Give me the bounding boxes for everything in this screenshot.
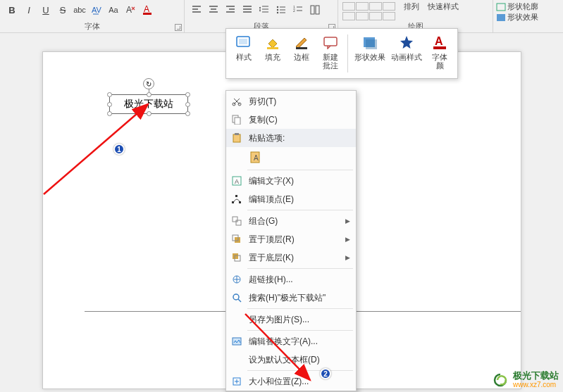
submenu-arrow-icon: ▶ <box>345 254 350 261</box>
line-spacing-button[interactable] <box>256 3 272 17</box>
svg-rect-34 <box>239 201 241 203</box>
resize-handle[interactable] <box>147 111 151 116</box>
arrange-button[interactable]: 排列 <box>404 1 419 12</box>
svg-rect-19 <box>366 39 377 49</box>
shapes-gallery[interactable] <box>342 2 395 21</box>
underline-button[interactable]: U <box>38 3 54 17</box>
menu-save-picture[interactable]: 另存为图片(S)... <box>226 310 356 329</box>
menu-edit-points[interactable]: 编辑顶点(E) <box>226 190 356 208</box>
menu-bring-front[interactable]: 置于顶层(R) ▶ <box>226 230 356 248</box>
svg-text:A: A <box>254 154 259 162</box>
submenu-arrow-icon: ▶ <box>345 217 350 225</box>
menu-hyperlink[interactable]: 超链接(H)... <box>226 270 356 289</box>
align-right-button[interactable] <box>223 3 238 17</box>
ribbon-group-font: B I U S abc AV Aa A A 字体 <box>0 0 185 32</box>
svg-rect-25 <box>235 118 240 125</box>
svg-rect-17 <box>324 37 337 46</box>
menu-copy[interactable]: 复制(C) <box>226 110 356 129</box>
svg-rect-37 <box>235 237 240 243</box>
quickstyles-button[interactable]: 快速样式 <box>428 1 459 12</box>
watermark: 极光下载站 www.xz7.com <box>490 371 559 389</box>
font-group-label: 字体 <box>0 21 184 32</box>
search-icon <box>229 291 245 305</box>
character-spacing-button[interactable]: AV <box>89 3 104 17</box>
svg-rect-35 <box>233 217 237 222</box>
shape-outline-button[interactable]: 形状轮廓 <box>496 1 560 12</box>
edit-points-icon <box>229 192 245 206</box>
strike-button[interactable]: S <box>55 3 70 17</box>
group-icon <box>229 214 245 228</box>
fill-icon <box>264 33 282 51</box>
resize-handle[interactable] <box>107 111 112 116</box>
svg-rect-3 <box>143 13 151 15</box>
svg-rect-36 <box>236 220 241 225</box>
edit-text-icon: A <box>229 174 245 188</box>
bullets-button[interactable] <box>273 3 289 17</box>
menu-send-back[interactable]: 置于底层(K) ▶ <box>226 248 356 267</box>
change-case-button[interactable]: Aa <box>106 3 121 17</box>
bold-button[interactable]: B <box>4 3 20 17</box>
star-icon <box>397 33 416 51</box>
columns-button[interactable] <box>307 3 323 17</box>
svg-rect-12 <box>497 14 505 21</box>
italic-button[interactable]: I <box>21 3 37 17</box>
svg-rect-14 <box>239 39 247 44</box>
annotation-badge-1: 1 <box>113 144 125 155</box>
resize-handle[interactable] <box>185 92 190 97</box>
paste-options-row: A <box>226 147 356 168</box>
svg-rect-10 <box>316 6 319 14</box>
font-dialog-launcher[interactable] <box>175 24 182 31</box>
resize-handle[interactable] <box>147 92 151 97</box>
resize-handle[interactable] <box>107 92 112 97</box>
svg-text:A: A <box>235 178 239 185</box>
svg-text:2: 2 <box>293 8 295 13</box>
strikethrough-alt-button[interactable]: abc <box>72 3 87 17</box>
rotate-handle-icon[interactable]: ↻ <box>143 78 154 89</box>
svg-rect-39 <box>233 253 238 259</box>
menu-set-default[interactable]: 设为默认文本框(D) <box>226 350 356 369</box>
menu-cut[interactable]: 剪切(T) <box>226 92 356 110</box>
menu-size-position[interactable]: 大小和位置(Z)... <box>226 372 356 391</box>
textbox-shape[interactable]: 极光下载站 ↻ <box>109 94 188 114</box>
cut-icon <box>229 94 245 108</box>
mini-font-color-button[interactable]: A 字体 颜 <box>426 32 454 75</box>
svg-rect-33 <box>235 195 237 197</box>
resize-handle[interactable] <box>185 111 190 116</box>
resize-handle[interactable] <box>185 102 190 107</box>
mini-shape-effects-button[interactable]: 形状效果 <box>351 32 388 75</box>
align-left-button[interactable] <box>189 3 204 17</box>
align-center-button[interactable] <box>206 3 221 17</box>
ribbon-group-shape-format: 形状轮廓 形状效果 <box>493 0 563 32</box>
clear-formatting-button[interactable]: A <box>123 3 138 17</box>
menu-alt-text[interactable]: 编辑替换文字(A)... <box>226 332 356 350</box>
watermark-logo-icon <box>490 373 510 387</box>
menu-group[interactable]: 组合(G) ▶ <box>226 212 356 230</box>
paste-option-keep-text[interactable]: A <box>247 148 266 167</box>
svg-rect-21 <box>433 46 446 49</box>
svg-rect-11 <box>497 4 505 11</box>
send-back-icon <box>229 251 245 265</box>
resize-handle[interactable] <box>107 102 112 107</box>
shape-effects-button[interactable]: 形状效果 <box>496 12 560 23</box>
font-color-button[interactable]: A <box>140 3 155 17</box>
mini-anim-style-button[interactable]: 动画样式 <box>388 32 426 75</box>
mini-comment-button[interactable]: 新建 批注 <box>316 32 345 75</box>
svg-point-6 <box>277 12 278 13</box>
context-menu: 剪切(T) 复制(C) 粘贴选项: A A 编辑文字(X) 编辑顶点(E) 组合… <box>225 90 357 392</box>
mini-toolbar: 样式 填充 边框 新建 批注 形状效果 动画样式 A 字体 颜 <box>225 28 458 79</box>
justify-button[interactable] <box>240 3 255 17</box>
mini-outline-button[interactable]: 边框 <box>287 32 316 75</box>
menu-search[interactable]: 搜索(H)"极光下载站" <box>226 289 356 307</box>
paste-icon <box>229 131 245 145</box>
textbox-content: 极光下载站 <box>124 98 173 110</box>
numbering-button[interactable]: 12 <box>290 3 306 17</box>
mini-fill-button[interactable]: 填充 <box>258 32 287 75</box>
svg-text:A: A <box>435 35 443 47</box>
svg-rect-15 <box>267 47 278 49</box>
mini-style-button[interactable]: 样式 <box>229 32 258 75</box>
svg-rect-32 <box>232 201 234 203</box>
alt-text-icon <box>229 334 245 348</box>
menu-paste-header: 粘贴选项: <box>226 129 356 147</box>
menu-edit-text[interactable]: A 编辑文字(X) <box>226 172 356 190</box>
svg-rect-9 <box>311 6 314 14</box>
